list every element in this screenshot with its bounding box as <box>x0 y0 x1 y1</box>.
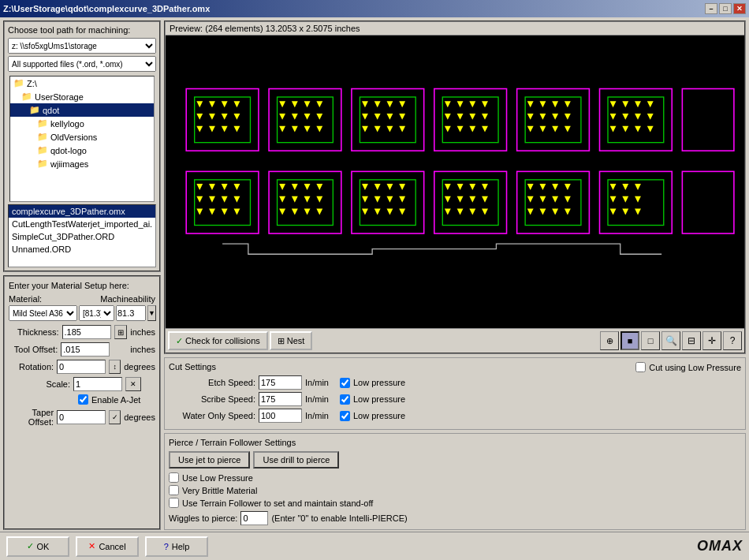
etch-speed-label: Etch Speed: <box>169 378 255 387</box>
wiggles-hint: (Enter "0" to enable Intelli-PIERCE) <box>271 513 407 523</box>
zoom-active-btn[interactable]: ■ <box>620 331 639 350</box>
rotation-input[interactable]: 0 <box>57 360 106 374</box>
enable-ajet-label: Enable A-Jet <box>91 395 140 405</box>
svg-rect-0 <box>166 37 744 327</box>
rotation-label: Rotation: <box>9 362 54 371</box>
folder-icon: 📁 <box>37 159 48 169</box>
choose-toolpath-title: Choose tool path for machining: <box>8 25 156 35</box>
nest-icon: ⊞ <box>278 336 285 346</box>
etch-speed-unit: In/min <box>305 378 337 387</box>
folder-icon: 📁 <box>37 145 48 155</box>
tree-item-qdot[interactable]: 📁 qdot <box>10 103 154 117</box>
title-bar: Z:\UserStorage\qdot\complexcurve_3DPathe… <box>0 0 749 17</box>
cut-settings-title: Cut Settings <box>169 362 216 375</box>
help-button[interactable]: ? Help <box>145 536 208 557</box>
file-item[interactable]: complexcurve_3DPather.omx <box>9 205 155 218</box>
tree-item[interactable]: 📁 wjiimages <box>10 157 154 170</box>
ok-icon: ✓ <box>27 541 34 551</box>
zoom-in-btn[interactable]: 🔍 <box>661 331 680 350</box>
use-drill-pierce-btn[interactable]: Use drill to pierce <box>253 451 339 469</box>
file-list: complexcurve_3DPather.omx CutLengthTestW… <box>8 204 156 267</box>
close-button[interactable]: ✕ <box>733 3 746 14</box>
rotation-spin-btn[interactable]: ↕ <box>109 360 121 374</box>
material-label: Material: <box>9 294 42 304</box>
terrain-follower-label: Use Terrain Follower to set and maintain… <box>182 498 373 508</box>
scribe-speed-input[interactable]: 175 <box>259 392 302 406</box>
preview-toolbar: ✓ Check for collisions ⊞ Nest ⊕ ■ □ 🔍 ⊟ … <box>166 328 744 353</box>
scribe-speed-label: Scribe Speed: <box>169 394 255 404</box>
thickness-icon-btn[interactable]: ⊞ <box>114 325 128 339</box>
water-only-input[interactable]: 100 <box>259 409 302 423</box>
tree-item[interactable]: 📁 OldVersions <box>10 130 154 144</box>
file-item[interactable]: CutLengthTestWaterjet_imported_ai. <box>9 218 155 230</box>
water-only-low-pressure-label: Low pressure <box>353 411 405 420</box>
cancel-icon: ✕ <box>88 541 95 551</box>
machineability-dropdown-btn[interactable]: ▼ <box>147 305 156 321</box>
tool-offset-label: Tool Offset: <box>9 345 58 354</box>
machineability-input[interactable]: 81.3 <box>116 305 146 321</box>
folder-icon: 📁 <box>37 118 48 129</box>
zoom-reset-btn[interactable]: ⊕ <box>600 331 619 350</box>
machineability-select[interactable]: [81.3] <box>79 305 114 321</box>
taper-offset-unit: degrees <box>124 413 155 422</box>
scale-clear-btn[interactable]: ✕ <box>125 377 141 391</box>
zoom-out-btn[interactable]: ⊟ <box>682 331 701 350</box>
brittle-material-label: Very Brittle Material <box>182 486 257 495</box>
cancel-button[interactable]: ✕ Cancel <box>76 536 139 557</box>
minimize-button[interactable]: – <box>705 3 717 14</box>
check-collisions-button[interactable]: ✓ Check for collisions <box>168 331 268 350</box>
ok-button[interactable]: ✓ OK <box>6 536 69 557</box>
wiggles-input[interactable]: 0 <box>240 511 268 525</box>
nest-button[interactable]: ⊞ Nest <box>270 331 313 350</box>
etch-low-pressure-label: Low pressure <box>353 378 405 387</box>
omax-logo: OMAX <box>697 538 743 554</box>
low-pressure-label: Cut using Low Pressure <box>649 363 741 372</box>
fit-btn[interactable]: □ <box>641 331 660 350</box>
rotation-unit: degrees <box>124 362 155 371</box>
enable-ajet-checkbox[interactable] <box>78 394 88 405</box>
material-setup-title: Enter your Material Setup here: <box>9 281 155 290</box>
tree-item[interactable]: 📁 Z:\ <box>10 77 154 90</box>
wiggles-label: Wiggles to pierce: <box>169 513 237 523</box>
use-jet-pierce-btn[interactable]: Use jet to pierce <box>169 451 250 469</box>
scale-input[interactable]: 1 <box>73 377 122 391</box>
thickness-input[interactable]: .185 <box>62 325 111 339</box>
low-pressure-checkbox[interactable] <box>635 362 646 372</box>
pan-btn[interactable]: ✛ <box>702 331 721 350</box>
help-preview-btn[interactable]: ? <box>723 331 742 350</box>
folder-icon: 📁 <box>37 132 48 142</box>
thickness-label: Thickness: <box>9 327 59 337</box>
file-item[interactable]: SimpleCut_3DPather.ORD <box>9 230 155 243</box>
tree-item[interactable]: 📁 kellylogo <box>10 117 154 130</box>
taper-offset-label: Taper Offset: <box>9 408 54 427</box>
tree-item[interactable]: 📁 UserStorage <box>10 90 154 103</box>
preview-canvas <box>166 35 744 328</box>
folder-icon: 📁 <box>21 91 32 102</box>
file-type-select[interactable]: All supported files (*.ord, *.omx) <box>8 56 156 72</box>
pierce-title: Pierce / Terrain Follower Settings <box>169 438 741 447</box>
tool-offset-unit: inches <box>113 345 155 354</box>
water-only-low-pressure-checkbox[interactable] <box>340 411 350 421</box>
maximize-button[interactable]: □ <box>719 3 732 14</box>
preview-svg <box>166 35 744 328</box>
water-only-label: Water Only Speed: <box>169 411 255 420</box>
tool-offset-input[interactable]: .015 <box>61 342 110 357</box>
folder-icon: 📁 <box>29 105 40 115</box>
taper-offset-input[interactable]: 0 <box>57 410 106 424</box>
pierce-low-pressure-checkbox[interactable] <box>169 472 179 483</box>
window-title: Z:\UserStorage\qdot\complexcurve_3DPathe… <box>3 4 210 13</box>
tree-item[interactable]: 📁 qdot-logo <box>10 144 154 157</box>
scale-label: Scale: <box>9 379 70 389</box>
scribe-low-pressure-checkbox[interactable] <box>340 394 350 405</box>
brittle-material-checkbox[interactable] <box>169 485 179 495</box>
water-only-unit: In/min <box>305 411 337 420</box>
taper-offset-btn[interactable]: ✓ <box>109 410 121 424</box>
terrain-follower-checkbox[interactable] <box>169 498 179 508</box>
file-item[interactable]: Unnamed.ORD <box>9 243 155 256</box>
machineability-label: Machineability <box>100 294 155 304</box>
etch-low-pressure-checkbox[interactable] <box>340 378 350 388</box>
scribe-speed-unit: In/min <box>305 394 337 404</box>
etch-speed-input[interactable]: 175 <box>259 375 302 390</box>
drive-select[interactable]: z: \\sfo5xgUms1\storage <box>8 38 156 54</box>
material-select[interactable]: Mild Steel A36 <box>9 305 77 321</box>
